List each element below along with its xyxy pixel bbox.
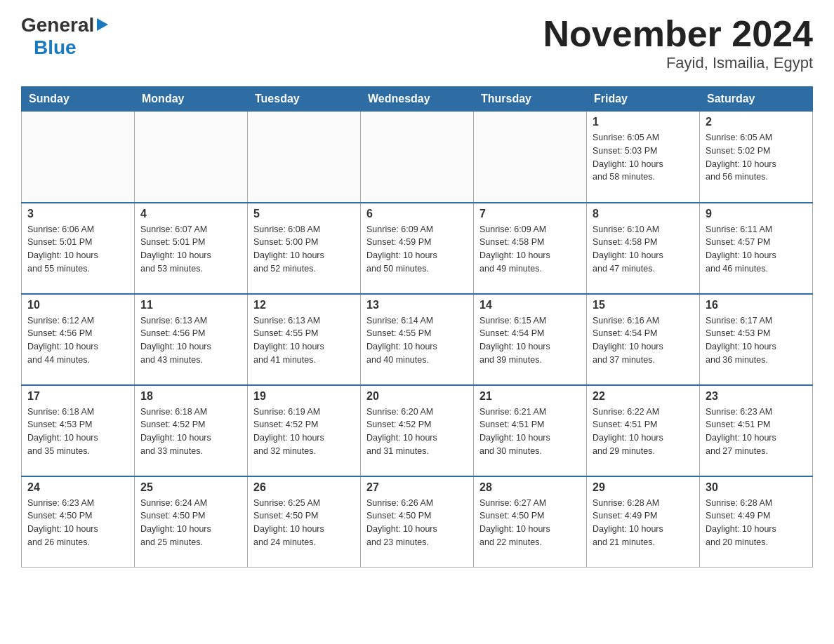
- day-number: 19: [253, 390, 355, 403]
- day-number: 13: [366, 299, 468, 311]
- day-info: Sunrise: 6:09 AM Sunset: 4:59 PM Dayligh…: [366, 223, 468, 276]
- calendar-cell: 12Sunrise: 6:13 AM Sunset: 4:55 PM Dayli…: [248, 294, 361, 385]
- day-number: 4: [140, 208, 241, 220]
- calendar-cell: [474, 112, 587, 203]
- day-info: Sunrise: 6:15 AM Sunset: 4:54 PM Dayligh…: [479, 314, 581, 367]
- logo-general-text: General: [21, 14, 94, 36]
- day-info: Sunrise: 6:22 AM Sunset: 4:51 PM Dayligh…: [593, 405, 694, 458]
- day-info: Sunrise: 6:23 AM Sunset: 4:50 PM Dayligh…: [27, 497, 128, 549]
- calendar-cell: 23Sunrise: 6:23 AM Sunset: 4:51 PM Dayli…: [700, 385, 813, 476]
- location-subtitle: Fayid, Ismailia, Egypt: [543, 54, 813, 72]
- calendar-cell: 1Sunrise: 6:05 AM Sunset: 5:03 PM Daylig…: [587, 112, 700, 203]
- calendar-week-row: 3Sunrise: 6:06 AM Sunset: 5:01 PM Daylig…: [22, 203, 813, 294]
- day-number: 1: [593, 116, 694, 128]
- day-info: Sunrise: 6:08 AM Sunset: 5:00 PM Dayligh…: [253, 223, 355, 276]
- calendar-cell: 25Sunrise: 6:24 AM Sunset: 4:50 PM Dayli…: [135, 476, 248, 568]
- calendar-cell: 29Sunrise: 6:28 AM Sunset: 4:49 PM Dayli…: [587, 476, 700, 568]
- weekday-header-tuesday: Tuesday: [248, 87, 361, 112]
- day-number: 21: [479, 390, 581, 403]
- day-info: Sunrise: 6:25 AM Sunset: 4:50 PM Dayligh…: [253, 497, 355, 549]
- calendar-cell: 24Sunrise: 6:23 AM Sunset: 4:50 PM Dayli…: [22, 476, 135, 568]
- weekday-header-friday: Friday: [587, 87, 700, 112]
- day-number: 8: [593, 208, 694, 220]
- day-info: Sunrise: 6:10 AM Sunset: 4:58 PM Dayligh…: [593, 223, 694, 276]
- month-year-title: November 2024: [543, 14, 813, 54]
- day-info: Sunrise: 6:05 AM Sunset: 5:02 PM Dayligh…: [706, 131, 807, 184]
- calendar-cell: 28Sunrise: 6:27 AM Sunset: 4:50 PM Dayli…: [474, 476, 587, 568]
- day-number: 24: [27, 481, 128, 494]
- day-info: Sunrise: 6:05 AM Sunset: 5:03 PM Dayligh…: [593, 131, 694, 184]
- calendar-cell: 16Sunrise: 6:17 AM Sunset: 4:53 PM Dayli…: [700, 294, 813, 385]
- day-info: Sunrise: 6:26 AM Sunset: 4:50 PM Dayligh…: [366, 497, 468, 549]
- day-number: 22: [593, 390, 694, 403]
- weekday-header-monday: Monday: [135, 87, 248, 112]
- calendar-cell: 22Sunrise: 6:22 AM Sunset: 4:51 PM Dayli…: [587, 385, 700, 476]
- calendar-week-row: 24Sunrise: 6:23 AM Sunset: 4:50 PM Dayli…: [22, 476, 813, 568]
- calendar-cell: 4Sunrise: 6:07 AM Sunset: 5:01 PM Daylig…: [135, 203, 248, 294]
- day-info: Sunrise: 6:06 AM Sunset: 5:01 PM Dayligh…: [27, 223, 128, 276]
- logo-arrow-icon: [97, 18, 108, 34]
- day-number: 5: [253, 208, 355, 220]
- title-block: November 2024 Fayid, Ismailia, Egypt: [543, 14, 813, 72]
- day-number: 2: [706, 116, 807, 128]
- day-info: Sunrise: 6:14 AM Sunset: 4:55 PM Dayligh…: [366, 314, 468, 367]
- logo-blue-text: Blue: [34, 36, 77, 58]
- calendar-cell: 19Sunrise: 6:19 AM Sunset: 4:52 PM Dayli…: [248, 385, 361, 476]
- day-info: Sunrise: 6:18 AM Sunset: 4:53 PM Dayligh…: [27, 405, 128, 458]
- calendar-cell: 10Sunrise: 6:12 AM Sunset: 4:56 PM Dayli…: [22, 294, 135, 385]
- calendar-cell: 9Sunrise: 6:11 AM Sunset: 4:57 PM Daylig…: [700, 203, 813, 294]
- day-number: 25: [140, 481, 241, 494]
- calendar-cell: 27Sunrise: 6:26 AM Sunset: 4:50 PM Dayli…: [361, 476, 474, 568]
- calendar-week-row: 1Sunrise: 6:05 AM Sunset: 5:03 PM Daylig…: [22, 112, 813, 203]
- calendar-cell: [22, 112, 135, 203]
- calendar-cell: 18Sunrise: 6:18 AM Sunset: 4:52 PM Dayli…: [135, 385, 248, 476]
- day-number: 16: [706, 299, 807, 311]
- day-info: Sunrise: 6:20 AM Sunset: 4:52 PM Dayligh…: [366, 405, 468, 458]
- day-info: Sunrise: 6:11 AM Sunset: 4:57 PM Dayligh…: [706, 223, 807, 276]
- page-header: General Blue November 2024 Fayid, Ismail…: [21, 14, 813, 72]
- day-number: 17: [27, 390, 128, 403]
- svg-marker-0: [97, 18, 108, 31]
- calendar-cell: 13Sunrise: 6:14 AM Sunset: 4:55 PM Dayli…: [361, 294, 474, 385]
- calendar-cell: [361, 112, 474, 203]
- calendar-cell: 26Sunrise: 6:25 AM Sunset: 4:50 PM Dayli…: [248, 476, 361, 568]
- day-info: Sunrise: 6:09 AM Sunset: 4:58 PM Dayligh…: [479, 223, 581, 276]
- day-info: Sunrise: 6:13 AM Sunset: 4:55 PM Dayligh…: [253, 314, 355, 367]
- calendar-cell: 21Sunrise: 6:21 AM Sunset: 4:51 PM Dayli…: [474, 385, 587, 476]
- day-number: 23: [706, 390, 807, 403]
- calendar-cell: [248, 112, 361, 203]
- day-number: 3: [27, 208, 128, 220]
- day-info: Sunrise: 6:12 AM Sunset: 4:56 PM Dayligh…: [27, 314, 128, 367]
- logo: General Blue: [21, 14, 108, 59]
- day-number: 27: [366, 481, 468, 494]
- calendar-cell: [135, 112, 248, 203]
- day-number: 12: [253, 299, 355, 311]
- day-info: Sunrise: 6:23 AM Sunset: 4:51 PM Dayligh…: [706, 405, 807, 458]
- day-number: 11: [140, 299, 241, 311]
- calendar-week-row: 17Sunrise: 6:18 AM Sunset: 4:53 PM Dayli…: [22, 385, 813, 476]
- weekday-header-saturday: Saturday: [700, 87, 813, 112]
- calendar-cell: 20Sunrise: 6:20 AM Sunset: 4:52 PM Dayli…: [361, 385, 474, 476]
- calendar-cell: 6Sunrise: 6:09 AM Sunset: 4:59 PM Daylig…: [361, 203, 474, 294]
- day-info: Sunrise: 6:07 AM Sunset: 5:01 PM Dayligh…: [140, 223, 241, 276]
- calendar-cell: 17Sunrise: 6:18 AM Sunset: 4:53 PM Dayli…: [22, 385, 135, 476]
- calendar-cell: 7Sunrise: 6:09 AM Sunset: 4:58 PM Daylig…: [474, 203, 587, 294]
- calendar-cell: 2Sunrise: 6:05 AM Sunset: 5:02 PM Daylig…: [700, 112, 813, 203]
- weekday-header-sunday: Sunday: [22, 87, 135, 112]
- day-number: 15: [593, 299, 694, 311]
- day-info: Sunrise: 6:17 AM Sunset: 4:53 PM Dayligh…: [706, 314, 807, 367]
- day-info: Sunrise: 6:28 AM Sunset: 4:49 PM Dayligh…: [593, 497, 694, 549]
- calendar-week-row: 10Sunrise: 6:12 AM Sunset: 4:56 PM Dayli…: [22, 294, 813, 385]
- day-number: 20: [366, 390, 468, 403]
- day-info: Sunrise: 6:24 AM Sunset: 4:50 PM Dayligh…: [140, 497, 241, 549]
- day-number: 14: [479, 299, 581, 311]
- calendar-table: SundayMondayTuesdayWednesdayThursdayFrid…: [21, 86, 813, 568]
- day-number: 26: [253, 481, 355, 494]
- calendar-cell: 5Sunrise: 6:08 AM Sunset: 5:00 PM Daylig…: [248, 203, 361, 294]
- day-info: Sunrise: 6:18 AM Sunset: 4:52 PM Dayligh…: [140, 405, 241, 458]
- day-info: Sunrise: 6:13 AM Sunset: 4:56 PM Dayligh…: [140, 314, 241, 367]
- day-number: 28: [479, 481, 581, 494]
- day-info: Sunrise: 6:16 AM Sunset: 4:54 PM Dayligh…: [593, 314, 694, 367]
- day-number: 29: [593, 481, 694, 494]
- day-info: Sunrise: 6:19 AM Sunset: 4:52 PM Dayligh…: [253, 405, 355, 458]
